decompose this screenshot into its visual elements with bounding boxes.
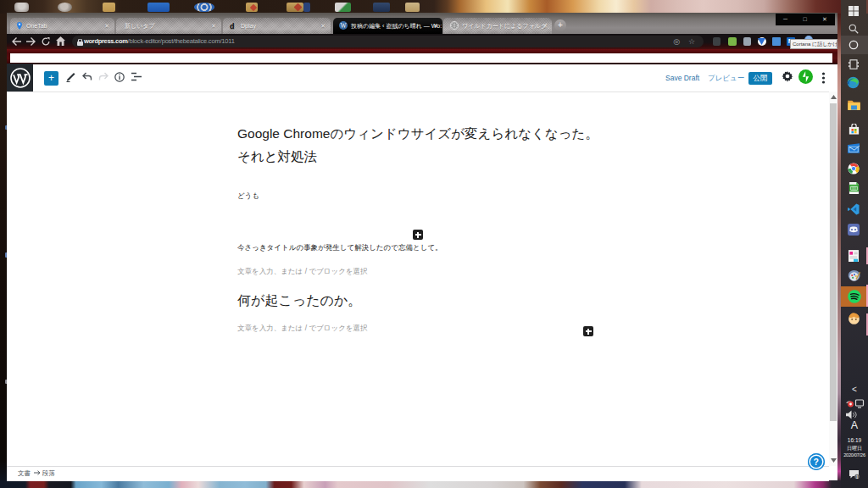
svg-text:W: W (341, 22, 348, 30)
svg-text:d: d (230, 22, 235, 30)
svg-text:1: 1 (856, 474, 859, 480)
svg-text:?: ? (814, 457, 819, 467)
